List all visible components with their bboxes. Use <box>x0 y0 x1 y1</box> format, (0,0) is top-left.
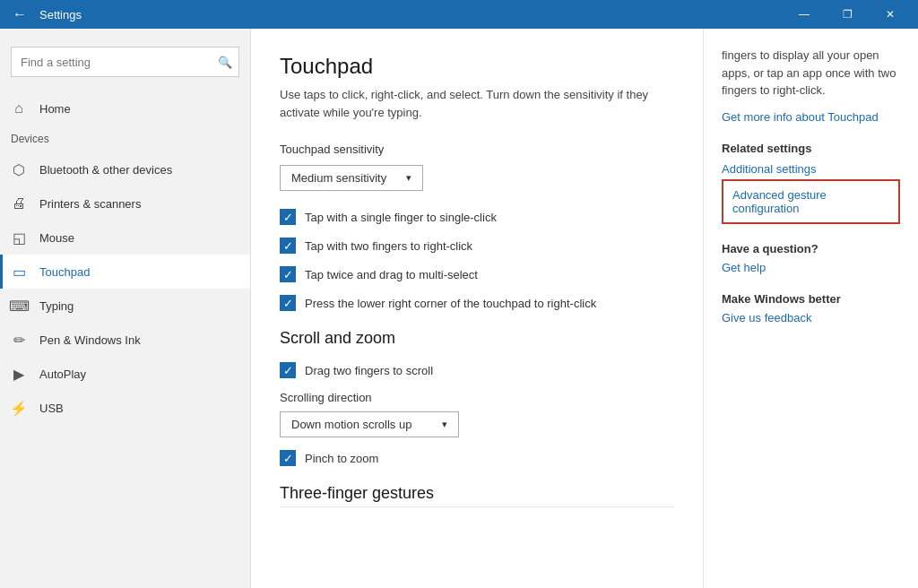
checkbox-right-click: ✓ Tap with two fingers to right-click <box>280 238 674 254</box>
sidebar-item-touchpad[interactable]: ▭ Touchpad <box>0 255 250 289</box>
scrolling-direction-value: Down motion scrolls up <box>291 418 411 431</box>
checkbox-lower-right-box[interactable]: ✓ <box>280 295 296 311</box>
sidebar-item-usb[interactable]: ⚡ USB <box>0 391 250 425</box>
sensitivity-value: Medium sensitivity <box>291 171 386 185</box>
sensitivity-dropdown[interactable]: Medium sensitivity ▾ <box>280 165 423 191</box>
checkbox-multi-select-box[interactable]: ✓ <box>280 266 296 282</box>
sidebar: 🔍 ⌂ Home Devices ⬡ Bluetooth & other dev… <box>0 29 251 588</box>
link-get-more-info[interactable]: Get more info about Touchpad <box>722 110 900 124</box>
checkmark-icon: ✓ <box>283 365 293 376</box>
sidebar-section-devices: Devices <box>0 129 250 152</box>
touchpad-icon: ▭ <box>11 264 27 280</box>
pen-icon: ✏ <box>11 332 27 348</box>
mouse-icon: ◱ <box>11 229 27 246</box>
checkmark-icon: ✓ <box>283 212 293 223</box>
checkbox-lower-right-label: Press the lower right corner of the touc… <box>305 297 596 310</box>
advanced-gesture-box: Advanced gesture configuration <box>722 179 900 224</box>
checkmark-icon: ✓ <box>283 269 293 281</box>
sidebar-item-usb-label: USB <box>39 402 64 415</box>
checkbox-drag-scroll-box[interactable]: ✓ <box>280 362 296 378</box>
related-settings-heading: Related settings <box>722 142 900 155</box>
sidebar-item-typing-label: Typing <box>39 299 74 313</box>
printer-icon: 🖨 <box>11 195 27 212</box>
checkbox-pinch-zoom-box[interactable]: ✓ <box>280 450 296 466</box>
bluetooth-icon: ⬡ <box>11 161 27 177</box>
chevron-down-icon: ▾ <box>406 172 411 184</box>
sensitivity-label: Touchpad sensitivity <box>280 143 674 156</box>
checkbox-single-click: ✓ Tap with a single finger to single-cli… <box>280 209 674 225</box>
checkbox-drag-scroll: ✓ Drag two fingers to scroll <box>280 362 674 378</box>
restore-button[interactable]: ❐ <box>827 0 868 29</box>
chevron-down-icon: ▾ <box>442 419 447 430</box>
close-button[interactable]: ✕ <box>870 0 911 29</box>
sidebar-item-bluetooth-label: Bluetooth & other devices <box>39 163 172 177</box>
app-body: 🔍 ⌂ Home Devices ⬡ Bluetooth & other dev… <box>0 29 918 588</box>
checkmark-icon: ✓ <box>283 298 293 309</box>
sidebar-item-printers[interactable]: 🖨 Printers & scanners <box>0 186 250 220</box>
checkbox-single-click-box[interactable]: ✓ <box>280 209 296 225</box>
checkmark-icon: ✓ <box>283 453 293 464</box>
link-give-feedback[interactable]: Give us feedback <box>722 311 900 324</box>
checkbox-lower-right: ✓ Press the lower right corner of the to… <box>280 295 674 311</box>
checkmark-icon: ✓ <box>283 240 293 252</box>
sidebar-item-bluetooth[interactable]: ⬡ Bluetooth & other devices <box>0 152 250 186</box>
back-button[interactable]: ← <box>7 2 32 27</box>
link-advanced-gesture[interactable]: Advanced gesture configuration <box>732 188 889 215</box>
scroll-zoom-title: Scroll and zoom <box>280 329 674 348</box>
sidebar-item-pen[interactable]: ✏ Pen & Windows Ink <box>0 323 250 357</box>
search-container: 🔍 <box>11 47 239 77</box>
sidebar-item-mouse[interactable]: ◱ Mouse <box>0 220 250 255</box>
minimize-button[interactable]: — <box>784 0 825 29</box>
checkbox-pinch-zoom-label: Pinch to zoom <box>305 452 378 465</box>
search-icon: 🔍 <box>218 56 232 69</box>
titlebar-title: Settings <box>39 8 784 22</box>
checkbox-multi-select: ✓ Tap twice and drag to multi-select <box>280 266 674 282</box>
back-icon: ← <box>13 6 27 22</box>
typing-icon: ⌨ <box>11 298 27 314</box>
checkbox-drag-scroll-label: Drag two fingers to scroll <box>305 364 433 377</box>
usb-icon: ⚡ <box>11 400 27 416</box>
titlebar: ← Settings — ❐ ✕ <box>0 0 918 29</box>
link-get-help[interactable]: Get help <box>722 261 900 274</box>
scrolling-direction-dropdown[interactable]: Down motion scrolls up ▾ <box>280 411 459 437</box>
scrolling-direction-label: Scrolling direction <box>280 391 674 404</box>
main-content: Touchpad Use taps to click, right-click,… <box>251 29 703 588</box>
right-panel-top-text: fingers to display all your open apps, o… <box>722 47 900 99</box>
search-input[interactable] <box>11 47 239 77</box>
link-additional-settings[interactable]: Additional settings <box>722 162 900 176</box>
sidebar-item-touchpad-label: Touchpad <box>39 265 90 279</box>
sidebar-item-home[interactable]: ⌂ Home <box>0 91 250 125</box>
make-windows-better-heading: Make Windows better <box>722 292 900 306</box>
checkbox-single-click-label: Tap with a single finger to single-click <box>305 211 497 224</box>
sidebar-item-autoplay[interactable]: ▶ AutoPlay <box>0 357 250 391</box>
sidebar-item-typing[interactable]: ⌨ Typing <box>0 289 250 323</box>
page-title: Touchpad <box>280 54 674 79</box>
sidebar-item-pen-label: Pen & Windows Ink <box>39 333 141 347</box>
right-panel: fingers to display all your open apps, o… <box>703 29 918 588</box>
checkbox-pinch-zoom: ✓ Pinch to zoom <box>280 450 674 466</box>
question-heading: Have a question? <box>722 242 900 255</box>
window-controls: — ❐ ✕ <box>784 0 911 29</box>
page-description: Use taps to click, right-click, and sele… <box>280 86 656 121</box>
checkbox-right-click-label: Tap with two fingers to right-click <box>305 239 472 253</box>
three-finger-title: Three-finger gestures <box>280 484 674 507</box>
autoplay-icon: ▶ <box>11 366 27 382</box>
checkbox-multi-select-label: Tap twice and drag to multi-select <box>305 268 478 281</box>
home-icon: ⌂ <box>11 100 27 117</box>
sidebar-item-home-label: Home <box>39 102 71 116</box>
sidebar-item-mouse-label: Mouse <box>39 231 74 245</box>
sidebar-item-autoplay-label: AutoPlay <box>39 368 86 381</box>
sidebar-item-printers-label: Printers & scanners <box>39 197 141 211</box>
checkbox-right-click-box[interactable]: ✓ <box>280 238 296 254</box>
